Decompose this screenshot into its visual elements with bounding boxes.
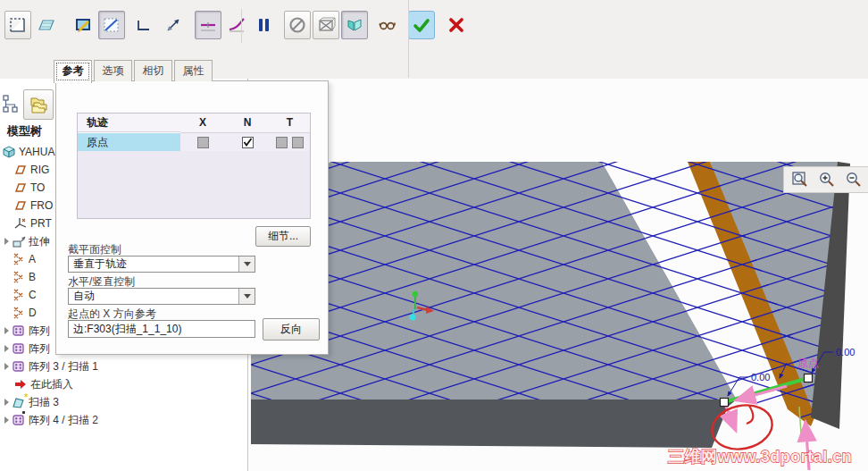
dim-value[interactable]: 0.00 (751, 372, 770, 383)
tree-item-label: A (29, 253, 36, 265)
ok-button[interactable] (408, 11, 435, 39)
no-preview-button[interactable] (284, 11, 311, 39)
trajectory-table-header: 轨迹XNT (78, 114, 310, 133)
surface-front-face[interactable] (251, 400, 737, 448)
const-section-icon (198, 15, 218, 35)
checkbox-checked[interactable] (242, 137, 254, 148)
expand-chevron-icon[interactable] (2, 363, 12, 370)
zoom-out-icon (845, 171, 863, 189)
wire-preview-button[interactable] (313, 11, 339, 39)
corner-icon (135, 15, 154, 35)
glasses-button[interactable] (374, 11, 401, 39)
details-button[interactable]: 细节... (255, 226, 311, 247)
tree-item-label: 拉伸 (29, 234, 50, 249)
selected-value: 自动 (69, 289, 238, 304)
sketch-plane-button[interactable] (4, 11, 31, 39)
shaded-preview-button[interactable] (341, 11, 368, 39)
trajectory-start-handle[interactable] (721, 399, 729, 407)
section-button[interactable] (98, 11, 125, 39)
expand-chevron-icon[interactable] (2, 416, 12, 424)
dim-value[interactable]: 0.00 (836, 347, 855, 357)
tree-item-label: 在此插入 (30, 377, 73, 392)
tree-item-sweep-3[interactable]: 扫描 3 (2, 393, 247, 411)
n-checkbox-cell[interactable] (225, 133, 270, 151)
section-plane-control-select[interactable]: 垂直于轨迹 (68, 256, 255, 273)
tree-item-label: 阵列 4 / 扫描 2 (29, 413, 98, 428)
selected-value: 垂直于轨迹 (69, 257, 238, 272)
swap-dir-button[interactable] (160, 11, 187, 39)
zoom-box-icon (791, 171, 809, 189)
app-window: 参考选项相切属性 模型树 YAHUARIGTOFROPRT拉伸ABCD阵列阵列阵… (0, 0, 868, 471)
view-toolbar: ABZ (783, 166, 868, 193)
tree-item-label: B (29, 271, 36, 283)
zoom-box-button[interactable] (788, 168, 813, 191)
tab-properties[interactable]: 属性 (174, 60, 213, 81)
3d-viewport[interactable]: 0.00 0.00 原点 三维网www.3dportal.cn (251, 79, 868, 471)
no-preview-icon (288, 15, 307, 35)
checkbox-disabled (276, 137, 288, 148)
ok-icon (412, 15, 431, 35)
tab-options[interactable]: 选项 (94, 60, 132, 81)
chevron-down-icon[interactable] (238, 257, 255, 272)
tree-item-insert-here[interactable]: 在此插入 (2, 375, 247, 393)
section-icon (102, 15, 121, 35)
table-row[interactable]: 原点 (78, 133, 310, 151)
tree-item-label: C (29, 289, 37, 301)
corner-button[interactable] (131, 11, 158, 39)
references-panel: 轨迹XNT 原点 细节... 截平面控制 垂直于轨迹 水平/竖直控制 自动 (55, 80, 329, 355)
tree-item-label: 扫描 3 (29, 395, 59, 410)
swap-dir-icon (163, 15, 183, 35)
trajectory-end-handle[interactable] (805, 374, 813, 383)
column-header: T (270, 114, 310, 133)
expand-chevron-icon[interactable] (2, 238, 12, 245)
x-direction-reference-input[interactable]: 边:F303(扫描_1_1_10) (68, 320, 255, 338)
zoom-in-icon (818, 171, 836, 189)
points-icon (12, 306, 26, 320)
tab-tangency[interactable]: 相切 (134, 60, 172, 81)
zoom-out-button[interactable] (841, 168, 866, 191)
checkbox-disabled (292, 137, 304, 148)
shaded-preview-icon (345, 15, 364, 35)
edit-sketch-button[interactable] (70, 11, 96, 39)
flip-button[interactable]: 反向 (263, 318, 320, 341)
folders-icon (28, 94, 49, 115)
pattern-icon (12, 341, 26, 356)
points-icon (12, 270, 26, 284)
t-checkbox-cell[interactable] (270, 133, 310, 151)
column-header: X (180, 114, 225, 133)
cancel-icon (447, 15, 466, 35)
tree-item-label: YAHUA (19, 146, 54, 158)
table-empty-area (78, 151, 310, 218)
asterisk-badge-icon (22, 393, 30, 401)
trajectory-cell[interactable]: 原点 (78, 133, 180, 151)
pattern-icon (12, 324, 26, 338)
watermark: 三维网www.3dportal.cn (668, 448, 852, 466)
expand-chevron-icon[interactable] (2, 399, 12, 406)
tree-item-pattern-3[interactable]: 阵列 3 / 扫描 1 (2, 357, 247, 375)
const-section-button[interactable] (195, 11, 221, 39)
pause-icon (254, 15, 273, 35)
graphics-area[interactable]: 0.00 0.00 原点 三维网www.3dportal.cn ABZ (247, 79, 868, 471)
pause-button[interactable] (250, 11, 277, 39)
glasses-icon (378, 15, 397, 35)
expand-chevron-icon[interactable] (2, 327, 12, 334)
cancel-button[interactable] (443, 11, 470, 39)
tree-item-pattern-4[interactable]: 阵列 4 / 扫描 2 (2, 411, 247, 429)
tree-item-label: PRT (30, 217, 52, 230)
expand-chevron-icon[interactable] (2, 345, 12, 352)
pattern-icon (12, 359, 26, 374)
quilt-button[interactable] (33, 11, 60, 39)
var-section-button[interactable] (223, 11, 250, 39)
tab-references[interactable]: 参考 (54, 60, 92, 83)
tree-item-label: FRO (30, 199, 53, 212)
commit-group (250, 11, 472, 39)
zoom-in-button[interactable] (814, 168, 839, 191)
plane-icon (13, 163, 28, 177)
show-list-button[interactable] (23, 89, 54, 120)
chevron-down-icon[interactable] (238, 289, 255, 304)
horizontal-vertical-control-select[interactable]: 自动 (68, 288, 255, 305)
quilt-icon (37, 15, 56, 35)
model-tree-toolbar (2, 89, 54, 120)
x-checkbox-cell[interactable] (180, 133, 225, 151)
tree-structure-icon[interactable] (2, 94, 20, 115)
